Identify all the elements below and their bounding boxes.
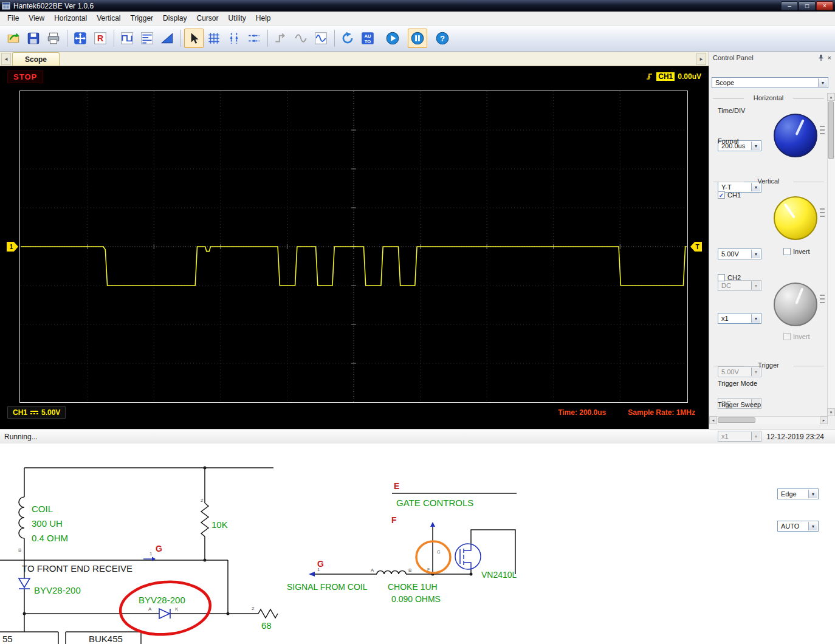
node-g1-label: G: [156, 544, 162, 553]
tab-scope[interactable]: Scope: [12, 52, 60, 66]
horizontal-scroll-thumb[interactable]: [718, 417, 755, 423]
maximize-button[interactable]: □: [799, 1, 816, 10]
gate-controls-label: GATE CONTROLS: [396, 498, 473, 508]
application-window: Hantek6022BE Ver 1.0.6 – □ × File View H…: [0, 0, 835, 644]
menu-utility[interactable]: Utility: [223, 12, 250, 24]
pan-button[interactable]: [70, 29, 90, 48]
ch2-invert-label: Invert: [793, 333, 810, 340]
panel-horizontal-scrollbar[interactable]: ◄ ►: [709, 416, 828, 424]
autoset-button[interactable]: AUTO: [358, 29, 377, 48]
ch2-position-knob[interactable]: [774, 283, 817, 326]
pin1-label: 1: [149, 551, 153, 557]
print-button[interactable]: [44, 29, 63, 48]
print-icon: [46, 31, 61, 46]
window-title: Hantek6022BE Ver 1.0.6: [13, 2, 94, 10]
horizontal-cursors-button[interactable]: [244, 29, 264, 48]
ch1-label: CH1: [727, 191, 741, 199]
waveform-button[interactable]: [311, 29, 331, 48]
menu-help[interactable]: Help: [251, 12, 276, 24]
red-ellipse-annotation: [119, 578, 213, 639]
ramp-button[interactable]: [157, 29, 177, 48]
readout-volts-per-div: 5.00V: [41, 408, 60, 417]
menu-display[interactable]: Display: [158, 12, 191, 24]
ch2-invert-checkbox[interactable]: Invert: [783, 333, 810, 340]
status-bar: Running... 12-12-2019 23:24: [0, 429, 835, 444]
cursor-icon: [187, 31, 201, 46]
waveform-icon: [314, 31, 328, 46]
trigger-sweep-select[interactable]: AUTO: [777, 521, 819, 532]
vertical-scroll-thumb[interactable]: [828, 101, 834, 159]
pin-icon[interactable]: [818, 54, 824, 61]
menu-cursor[interactable]: Cursor: [191, 12, 223, 24]
horizontal-knob[interactable]: [774, 114, 817, 157]
control-panel-title: Control Panel: [713, 54, 754, 61]
save-button[interactable]: [24, 29, 43, 48]
open-button[interactable]: [4, 29, 23, 48]
square-wave-button[interactable]: [117, 29, 137, 48]
status-text: Running...: [0, 433, 38, 441]
single-step-button[interactable]: [271, 29, 290, 48]
time-div-label: Time/DIV: [718, 107, 745, 114]
pause-button[interactable]: [408, 29, 427, 48]
close-button[interactable]: ×: [816, 1, 833, 10]
resistor-10k-symbol: [201, 503, 208, 536]
trigger-level-value: 0.00uV: [678, 72, 701, 81]
wave-settings-button[interactable]: [137, 29, 157, 48]
pin1b-label: 1: [317, 567, 320, 572]
pan-icon: [73, 31, 88, 46]
ch2-probe-select[interactable]: x1: [718, 431, 761, 442]
vertical-cursors-button[interactable]: [224, 29, 244, 48]
ch1-position-knob[interactable]: [774, 196, 817, 240]
menu-horizontal[interactable]: Horizontal: [49, 12, 92, 24]
ch2-enable-checkbox[interactable]: CH2: [718, 274, 741, 281]
ch1-invert-checkbox[interactable]: Invert: [783, 248, 810, 255]
grid-icon: [207, 31, 221, 46]
connector-arrows: [152, 522, 435, 577]
trigger-section-title: Trigger: [709, 361, 828, 369]
tab-scroll-right[interactable]: ►: [696, 53, 706, 65]
roll-mode-button[interactable]: [291, 29, 311, 48]
coil-resistance-label: 0.4 OHM: [32, 533, 68, 543]
toolbar-separator: [334, 30, 335, 47]
waveform-trace: [21, 247, 687, 286]
record-button[interactable]: R: [91, 29, 110, 48]
scroll-down-arrow[interactable]: ▼: [827, 408, 835, 416]
pause-icon: [410, 31, 425, 46]
cursor-button[interactable]: [184, 29, 204, 48]
trigger-mode-select[interactable]: Edge: [777, 488, 819, 499]
readout-channel-label: CH1: [13, 408, 27, 417]
minimize-button[interactable]: –: [781, 1, 798, 10]
toolbar-separator: [67, 30, 67, 47]
diode2-symbol: [159, 609, 170, 618]
start-button[interactable]: [383, 29, 402, 48]
toolbar: R AUTO ?: [0, 26, 835, 52]
panel-vertical-scrollbar[interactable]: ▲ ▼: [827, 93, 835, 416]
scroll-right-arrow[interactable]: ►: [820, 416, 828, 424]
menu-file[interactable]: File: [2, 12, 24, 24]
panel-close-icon[interactable]: ×: [828, 54, 831, 61]
tab-scroll-left[interactable]: ◄: [1, 53, 11, 65]
resistor1-label: 10K: [211, 519, 228, 530]
menu-view[interactable]: View: [24, 12, 49, 24]
ch1-volts-select[interactable]: 5.00V: [718, 248, 761, 259]
sample-rate-readout: Sample Rate: 1MHz: [628, 408, 695, 417]
ch1-enable-checkbox[interactable]: CH1: [718, 191, 741, 199]
ch1-coupling-select[interactable]: DC: [718, 280, 761, 291]
scope-panel: STOP CH1 0.00uV 1: [0, 66, 709, 429]
toolbar-separator: [267, 30, 268, 47]
junction-dots: [23, 467, 473, 615]
channel1-position-marker[interactable]: 1: [7, 242, 18, 252]
menu-trigger[interactable]: Trigger: [126, 12, 159, 24]
scroll-up-arrow[interactable]: ▲: [827, 93, 835, 101]
trigger-position-marker[interactable]: T: [690, 242, 702, 252]
circuit-schematic: COIL 300 UH 0.4 OHM 10K BYV28-200 BYV28-…: [0, 461, 523, 644]
panel-mode-select[interactable]: Scope: [712, 77, 828, 88]
menu-vertical[interactable]: Vertical: [92, 12, 125, 24]
title-bar: Hantek6022BE Ver 1.0.6 – □ ×: [0, 0, 835, 12]
grid-button[interactable]: [204, 29, 224, 48]
help-button[interactable]: ?: [433, 29, 452, 48]
ch1-probe-select[interactable]: x1: [718, 313, 761, 324]
refresh-button[interactable]: [338, 29, 357, 48]
scroll-left-arrow[interactable]: ◄: [709, 416, 717, 424]
svg-text:R: R: [97, 33, 103, 43]
